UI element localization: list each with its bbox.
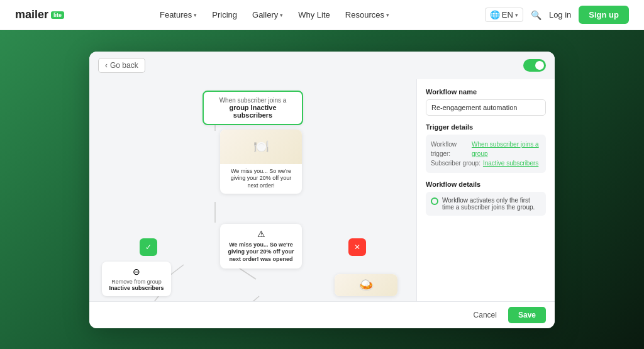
food-icon-2: 🍛 (358, 277, 374, 292)
workflow-name-section: Workflow name (426, 88, 546, 116)
search-button[interactable]: 🔍 (531, 10, 541, 20)
action-yes-button[interactable]: ✓ (140, 238, 157, 256)
cancel-button[interactable]: Cancel (467, 307, 503, 323)
workflow-sidebar: Workflow name Trigger details Workflow t… (416, 79, 555, 301)
email-node-1[interactable]: 🍽️ We miss you... So we're giving your 2… (220, 130, 302, 194)
workflow-details-label: Workflow details (426, 180, 546, 188)
trigger-row-group: Subscriber group: Inactive subscribers (431, 158, 541, 168)
email-node-1-content: We miss you... So we're giving your 20% … (220, 164, 302, 194)
globe-icon: 🌐 (490, 10, 500, 19)
workflow-details-box: Workflow activates only the first time a… (426, 192, 546, 216)
trigger-details-section: Trigger details Workflow trigger: When s… (426, 123, 546, 173)
chevron-down-icon: ▾ (386, 12, 389, 18)
workflow-details-section: Workflow details Workflow activates only… (426, 180, 546, 216)
nav-right: 🌐 EN ▾ 🔍 Log in Sign up (485, 6, 629, 24)
save-button[interactable]: Save (508, 307, 546, 323)
workflow-name-label: Workflow name (426, 88, 546, 96)
workflow-footer: Cancel Save (89, 301, 555, 328)
main-area: ‹ Go back (0, 30, 644, 349)
chevron-down-icon: ▾ (194, 12, 197, 18)
opened-node[interactable]: ⚠ We miss you... So we're giving your 20… (220, 224, 302, 269)
chevron-down-icon: ▾ (280, 12, 283, 18)
nav-links: Features ▾ Pricing Gallery ▾ Why Lite Re… (160, 10, 389, 19)
workflow-canvas: When subscriber joins a group Inactive s… (89, 79, 416, 301)
remove-node[interactable]: ⊖ Remove from group Inactive subscribers (102, 262, 171, 296)
nav-resources[interactable]: Resources ▾ (345, 10, 389, 19)
email-node-2[interactable]: 🍛 (335, 274, 397, 296)
nav-pricing[interactable]: Pricing (212, 10, 237, 19)
workflow-body: When subscriber joins a group Inactive s… (89, 79, 555, 301)
radio-icon (431, 197, 438, 205)
navbar: mailer lite Features ▾ Pricing Gallery ▾… (0, 0, 644, 30)
chevron-left-icon: ‹ (105, 61, 108, 70)
workflow-name-input[interactable] (426, 99, 546, 116)
trigger-details-box: Workflow trigger: When subscriber joins … (426, 135, 546, 173)
chevron-down-icon: ▾ (515, 12, 518, 18)
email-node-1-image: 🍽️ (220, 130, 302, 164)
trigger-node[interactable]: When subscriber joins a group Inactive s… (203, 91, 303, 125)
svg-line-5 (250, 296, 259, 301)
back-button[interactable]: ‹ Go back (98, 58, 145, 73)
trigger-node-group: group Inactive subscribers (213, 104, 293, 119)
logo-text: mailer (15, 8, 48, 21)
check-icon: ✓ (145, 243, 152, 252)
workflow-topbar: ‹ Go back (89, 52, 555, 79)
trigger-node-label: When subscriber joins a (213, 97, 293, 104)
email-node-2-image: 🍛 (335, 274, 397, 296)
nav-features[interactable]: Features ▾ (160, 10, 197, 19)
workflow-toggle[interactable] (523, 59, 546, 72)
food-icon: 🍽️ (253, 139, 269, 154)
nav-whylite[interactable]: Why Lite (298, 10, 330, 19)
logo[interactable]: mailer lite (15, 8, 64, 21)
trigger-details-label: Trigger details (426, 123, 546, 131)
signup-button[interactable]: Sign up (579, 6, 629, 24)
logo-badge: lite (51, 11, 64, 19)
close-icon: ✕ (354, 243, 360, 252)
action-no-button[interactable]: ✕ (348, 238, 366, 256)
remove-icon: ⊖ (108, 267, 165, 277)
nav-gallery[interactable]: Gallery ▾ (252, 10, 283, 19)
language-selector[interactable]: 🌐 EN ▾ (485, 8, 523, 22)
triangle-icon: ⚠ (225, 229, 297, 239)
login-button[interactable]: Log in (549, 10, 571, 19)
trigger-row-trigger: Workflow trigger: When subscriber joins … (431, 140, 541, 158)
workflow-container: ‹ Go back (89, 52, 555, 328)
svg-line-4 (152, 296, 158, 301)
